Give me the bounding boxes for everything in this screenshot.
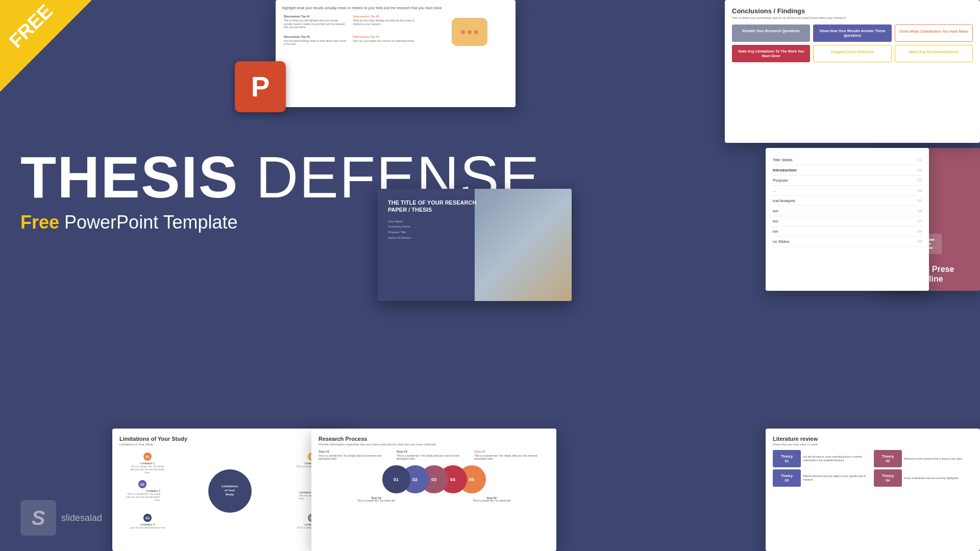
lim-item-3: 03 Limitation 3your own text and descrip… bbox=[130, 514, 165, 529]
toc-num-1: 01 bbox=[917, 158, 922, 162]
research-process-subtitle: Provide information regarding how you ha… bbox=[318, 443, 549, 446]
step-01-desc: This is a sample text. You simply add yo… bbox=[318, 454, 381, 460]
theory-03-box: Theory03 bbox=[773, 469, 801, 487]
logo-icon-box: S bbox=[20, 500, 56, 536]
disc-label-1: Discussion Tip #1 bbox=[284, 15, 347, 18]
lim-label-2: Limitation 2This is a sample text. You s… bbox=[125, 489, 160, 502]
research-process-title: Research Process bbox=[318, 436, 549, 442]
lim-item-1: 01 Limitation 1This is a sample text. Yo… bbox=[130, 453, 165, 474]
disc-item-3: Discussion Tip #3 How do these findings … bbox=[282, 33, 349, 48]
conclusions-grid-top: Restate Your Research Questions Show How… bbox=[732, 24, 973, 42]
toc-row-4: ... 04 bbox=[773, 186, 922, 196]
logo-letter: S bbox=[32, 507, 45, 530]
toc-num-7: 07 bbox=[917, 219, 922, 223]
logo-name: slidesalad bbox=[61, 513, 102, 523]
toc-row-1: Title Slides 01 bbox=[773, 155, 922, 165]
slide-research-process: Research Process Provide information reg… bbox=[311, 429, 556, 551]
slide-toc: Title Slides 01 Introduction 02 Purpose … bbox=[766, 148, 929, 291]
title-slide-content: THE TITLE OF YOUR RESEARCH PAPER / THESI… bbox=[388, 199, 483, 241]
step-01-text: Step 01 This is a sample text. You simpl… bbox=[318, 450, 394, 460]
disc-text-3: How do these findings relate to what oth… bbox=[284, 39, 347, 46]
program-title: Program Title bbox=[388, 230, 483, 235]
lim-label-1: Limitation 1This is a sample text. You s… bbox=[130, 462, 165, 474]
step-02-desc: This is a sample text. You simply add bbox=[351, 499, 402, 502]
disc-item-2: Discussion Tip #2 What are the major fin… bbox=[351, 13, 419, 31]
literature-subtitle: Areas that you may wish to cover bbox=[773, 443, 973, 446]
slide-literature: Literature review Areas that you may wis… bbox=[766, 429, 980, 551]
toc-label-1: Title Slides bbox=[773, 158, 793, 162]
toc-label-8: ion bbox=[773, 229, 778, 234]
conc-box-2: Show How Your Results Answer These Quest… bbox=[813, 24, 891, 42]
toc-num-2: 02 bbox=[917, 168, 922, 172]
toc-label-3: Purpose bbox=[773, 178, 788, 183]
theory-02-box: Theory02 bbox=[874, 450, 902, 467]
step-01-label: Step 01 bbox=[318, 450, 394, 453]
disc-label-3: Discussion Tip #3 bbox=[284, 35, 347, 38]
subtitle-rest: PowerPoint Template bbox=[64, 212, 238, 233]
theory-04-box: Theory04 bbox=[874, 469, 902, 487]
discussion-title-small: Highlight what your results actually mea… bbox=[282, 6, 509, 10]
toc-num-3: 03 bbox=[917, 178, 922, 183]
toc-num-6: 06 bbox=[917, 209, 922, 213]
lim-label-3: Limitation 3your own text and descriptio… bbox=[130, 523, 165, 529]
disc-label-4: Discussion Tip #4 bbox=[353, 35, 416, 38]
conc-box-1: Restate Your Research Questions bbox=[732, 24, 810, 42]
toc-row-6: ion 06 bbox=[773, 206, 922, 216]
research-heading: THE TITLE OF YOUR RESEARCH PAPER / THESI… bbox=[388, 199, 483, 214]
disc-text-1: This is where you will highlight what yo… bbox=[284, 19, 347, 29]
author-name: Your Name bbox=[388, 219, 483, 224]
toc-row-8: ion 08 bbox=[773, 227, 922, 237]
toc-row-2: Introduction 02 bbox=[773, 165, 922, 176]
discussion-grid: Discussion Tip #1 This is where you will… bbox=[282, 13, 419, 48]
toc-row-7: ion 07 bbox=[773, 216, 922, 227]
step-03-text: Step 03 This is a sample text. You simpl… bbox=[397, 450, 472, 460]
advisor-name: Name Of Advisor bbox=[388, 235, 483, 241]
disc-item-4: Discussion Tip #4 How can you explain an… bbox=[351, 33, 419, 48]
toc-num-4: 04 bbox=[917, 188, 922, 193]
conc-box-3: Show What Contribution You Have Made bbox=[895, 24, 973, 42]
step-05-label: Step 05 bbox=[474, 450, 549, 453]
toc-num-8: 08 bbox=[917, 229, 922, 234]
slidesalad-logo: S slidesalad bbox=[20, 500, 102, 536]
ppt-letter: P bbox=[251, 70, 270, 103]
disc-text-4: How can you explain any unusual or surpr… bbox=[353, 39, 416, 43]
title-thesis: THESIS bbox=[20, 144, 238, 210]
theory-04-desc: Areas of weakness that are currently hig… bbox=[904, 477, 973, 480]
disc-item-1: Discussion Tip #1 This is where you will… bbox=[282, 13, 349, 31]
discussion-icon bbox=[430, 18, 509, 46]
toc-label-7: ion bbox=[773, 219, 778, 223]
step-05-text: Step 05 This is a sample text. You simpl… bbox=[474, 450, 549, 460]
conc-box-6: Make Any Recommendations bbox=[895, 45, 973, 62]
conc-box-4: State Any Limitations To The Work You Ha… bbox=[732, 45, 810, 62]
toc-row-3: Purpose 03 bbox=[773, 176, 922, 186]
conclusions-title: Conclusions / Findings bbox=[732, 7, 973, 15]
university-name: University Name bbox=[388, 224, 483, 230]
toc-label-5: ical Analysis bbox=[773, 198, 795, 203]
disc-text-2: What are the major findings and what do … bbox=[353, 19, 416, 26]
literature-grid: Theory01 you will not want to cover ever… bbox=[773, 450, 973, 487]
toc-label-4: ... bbox=[773, 188, 776, 193]
step-04-desc: This is a sample text. You simply add bbox=[466, 499, 517, 502]
powerpoint-icon: P bbox=[235, 61, 286, 112]
lim-item-2: 02 Limitation 2This is a sample text. Yo… bbox=[125, 480, 160, 502]
slide-discussion: Highlight what your results actually mea… bbox=[276, 0, 516, 107]
theory-01-desc: you will not want to cover everything th… bbox=[803, 455, 872, 462]
limitations-circle: Limitationsof YourStudy bbox=[208, 469, 252, 513]
circle-01: 01 bbox=[382, 465, 410, 493]
conclusions-subtitle: This is where you summarize and tie up a… bbox=[732, 16, 973, 19]
person-photo bbox=[475, 189, 572, 301]
toc-label-6: ion bbox=[773, 209, 778, 213]
theory-03-desc: Different theories that may apply to you… bbox=[803, 474, 872, 482]
toc-label-2: Introduction bbox=[773, 168, 797, 172]
research-steps-top: Step 01 This is a sample text. You simpl… bbox=[318, 450, 549, 460]
slide-research-title: THE TITLE OF YOUR RESEARCH PAPER / THESI… bbox=[378, 189, 572, 301]
title-slide-info: Your Name University Name Program Title … bbox=[388, 219, 483, 241]
toc-num-9: 09 bbox=[917, 239, 922, 244]
conclusions-grid-bottom: State Any Limitations To The Work You Ha… bbox=[732, 45, 973, 62]
step-05-desc: This is a sample text. You simply add yo… bbox=[474, 454, 537, 460]
step-descs-bottom: This is a sample text. You simply add Th… bbox=[318, 499, 549, 502]
limitations-subtitle: Limitations of Your Study bbox=[119, 443, 340, 446]
limitations-center: 01 Limitation 1This is a sample text. Yo… bbox=[119, 450, 340, 532]
theory-02-desc: Relevant current research that is close … bbox=[904, 457, 973, 461]
limitations-title: Limitations of Your Study bbox=[119, 436, 340, 442]
